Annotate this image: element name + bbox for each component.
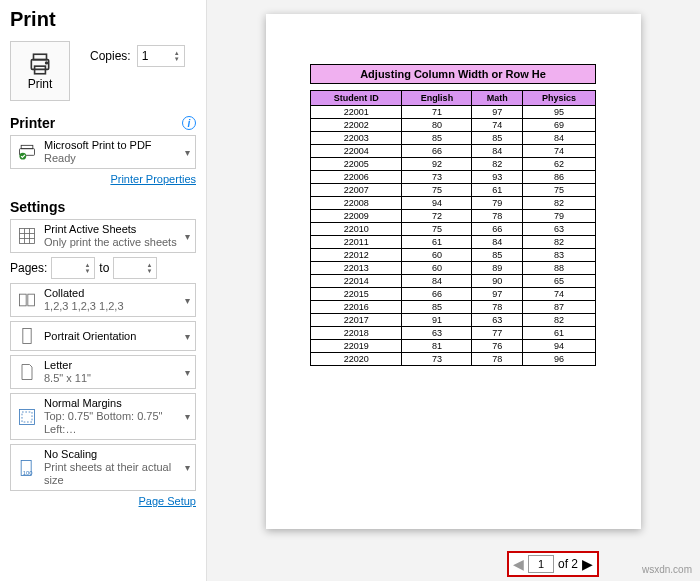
copies-label: Copies: [90,49,131,63]
printer-header: Printer [10,115,55,131]
print-button[interactable]: Print [10,41,70,101]
table-row: 22008947982 [311,196,596,209]
preview-page: Adjusting Column Width or Row He Student… [266,14,641,529]
table-header: Physics [523,90,596,105]
printer-status-icon [16,141,38,163]
scaling-select[interactable]: 100 No Scaling Print sheets at their act… [10,444,196,491]
page-setup-link[interactable]: Page Setup [10,495,196,507]
svg-rect-12 [20,294,27,306]
table-row: 22010756663 [311,222,596,235]
pages-from-input[interactable]: ▲▼ [51,257,95,279]
svg-rect-16 [22,412,32,422]
copies-spinner[interactable]: ▲▼ [174,50,180,62]
printer-select[interactable]: Microsoft Print to PDF Ready ▾ [10,135,196,169]
scaling-icon: 100 [16,457,38,479]
copies-input[interactable]: 1 ▲▼ [137,45,185,67]
table-row: 22016857887 [311,300,596,313]
page-icon [16,361,38,383]
printer-properties-link[interactable]: Printer Properties [10,173,196,185]
chevron-down-icon: ▾ [185,147,190,158]
print-what-select[interactable]: Print Active Sheets Only print the activ… [10,219,196,253]
table-row: 22011618482 [311,235,596,248]
info-icon[interactable]: i [182,116,196,130]
pages-to-input[interactable]: ▲▼ [113,257,157,279]
sheet-banner: Adjusting Column Width or Row He [310,64,596,84]
table-row: 22007756175 [311,183,596,196]
page-title: Print [10,8,196,31]
paper-size-select[interactable]: Letter 8.5" x 11" ▾ [10,355,196,389]
table-header: Student ID [311,90,402,105]
page-count-label: of 2 [558,557,578,571]
chevron-down-icon: ▾ [185,411,190,422]
table-row: 22015669774 [311,287,596,300]
table-row: 22001719795 [311,105,596,118]
table-row: 22017916382 [311,313,596,326]
print-settings-panel: Print Print Copies: 1 ▲▼ Printer i Micro… [0,0,207,581]
table-row: 22002807469 [311,118,596,131]
table-row: 22005928262 [311,157,596,170]
collate-icon [16,289,38,311]
chevron-down-icon: ▾ [185,231,190,242]
table-header: English [402,90,472,105]
table-row: 22018637761 [311,326,596,339]
svg-point-3 [46,62,48,64]
sheets-icon [16,225,38,247]
table-row: 22003858584 [311,131,596,144]
svg-rect-13 [28,294,35,306]
current-page-input[interactable] [528,555,554,573]
chevron-down-icon: ▾ [185,367,190,378]
svg-rect-7 [20,229,35,244]
chevron-down-icon: ▾ [185,295,190,306]
table-row: 22012608583 [311,248,596,261]
pages-label: Pages: [10,261,47,275]
table-row: 22019817694 [311,339,596,352]
chevron-down-icon: ▾ [185,331,190,342]
table-row: 22014849065 [311,274,596,287]
svg-rect-4 [21,145,33,148]
table-row: 22009727879 [311,209,596,222]
chevron-down-icon: ▾ [185,462,190,473]
print-preview-area: Adjusting Column Width or Row He Student… [207,0,700,581]
table-row: 22020737896 [311,352,596,365]
table-row: 22004668474 [311,144,596,157]
margins-select[interactable]: Normal Margins Top: 0.75" Bottom: 0.75" … [10,393,196,440]
preview-table: Student IDEnglishMathPhysics 22001719795… [310,84,596,366]
watermark: wsxdn.com [642,564,692,575]
settings-header: Settings [10,199,65,215]
margins-icon [16,406,38,428]
orientation-select[interactable]: Portrait Orientation ▾ [10,321,196,351]
prev-page-button[interactable]: ◀ [513,556,524,572]
page-navigator: ◀ of 2 ▶ [507,551,599,577]
printer-icon [27,51,53,77]
svg-rect-14 [23,329,31,344]
collation-select[interactable]: Collated 1,2,3 1,2,3 1,2,3 ▾ [10,283,196,317]
table-row: 22006739386 [311,170,596,183]
svg-text:100: 100 [23,469,33,475]
table-row: 22013608988 [311,261,596,274]
portrait-icon [16,325,38,347]
table-header: Math [472,90,523,105]
next-page-button[interactable]: ▶ [582,556,593,572]
